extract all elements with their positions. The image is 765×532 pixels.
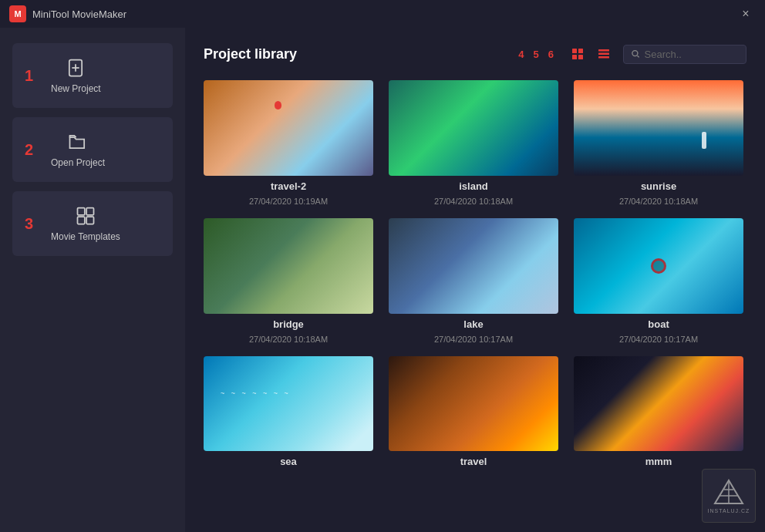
sidebar-label-open-project: Open Project [51,157,105,168]
sidebar-item-open-project[interactable]: 2 Open Project [12,117,173,182]
balloon-decoration [275,101,281,109]
project-name-travel-2: travel-2 [204,180,373,192]
project-card-island[interactable]: island27/04/2020 10:18AM [389,80,558,206]
thumbnail-travel-2 [204,80,373,176]
project-date-boat: 27/04/2020 10:17AM [574,335,743,344]
project-date-bridge: 27/04/2020 10:18AM [204,335,373,344]
sidebar-item-new-project[interactable]: 1 New Project [12,43,173,108]
sidebar: 1 New Project 2 Open Project 3 [0,28,185,532]
open-project-icon [67,131,89,153]
svg-rect-11 [598,49,609,52]
project-name-bridge: bridge [204,318,373,330]
svg-rect-13 [598,56,609,59]
search-box [623,45,746,64]
thumbnail-sunrise [574,80,743,176]
project-name-sea: sea [204,456,373,467]
svg-rect-10 [578,55,583,59]
thumbnail-mmm [574,356,743,452]
title-bar-left: M MiniTool MovieMaker [9,5,126,22]
sidebar-item-content-3: Movie Templates [51,205,120,242]
thumbnail-sea: ~ ~ ~ ~ ~ ~ ~ [204,356,373,452]
grid-view-button[interactable] [566,43,589,65]
thumbnail-island [389,80,558,176]
sidebar-label-new-project: New Project [51,83,101,94]
svg-rect-4 [86,208,93,215]
thumbnail-bridge [204,218,373,314]
view-numbers: 4 5 6 [518,49,554,60]
project-card-sunrise[interactable]: sunrise27/04/2020 10:18AM [574,80,743,206]
birds-decoration: ~ ~ ~ ~ ~ ~ ~ [221,389,291,397]
svg-rect-7 [572,49,577,53]
content-area: Project library 4 5 6 [185,28,765,532]
sidebar-item-content-1: New Project [51,57,101,94]
thumbnail-lake [389,218,558,314]
sidebar-number-3: 3 [25,215,39,233]
project-card-mmm[interactable]: mmm [574,356,743,468]
lighthouse-decoration [702,132,706,149]
project-name-mmm: mmm [574,456,743,467]
thumbnail-travel [389,356,558,452]
thumbnail-boat [574,218,743,314]
svg-rect-5 [77,217,84,224]
search-icon [632,49,640,59]
svg-rect-3 [77,208,84,215]
project-card-travel-2[interactable]: travel-227/04/2020 10:19AM [204,80,373,206]
project-name-island: island [389,180,558,192]
project-name-travel: travel [389,456,558,467]
grid-icon [571,48,584,60]
header-right: 4 5 6 [518,43,746,65]
svg-rect-6 [86,217,93,224]
svg-point-14 [632,51,638,56]
page-title: Project library [204,46,297,62]
project-card-travel[interactable]: travel [389,356,558,468]
sidebar-item-movie-templates[interactable]: 3 Movie Templates [12,191,173,256]
boat-circle-decoration [651,258,666,274]
svg-line-15 [637,56,639,57]
project-name-lake: lake [389,318,558,330]
movie-templates-icon [75,205,96,227]
svg-rect-8 [578,49,583,53]
project-card-lake[interactable]: lake27/04/2020 10:17AM [389,218,558,344]
view-controls [566,43,615,65]
sidebar-item-content-2: Open Project [51,131,105,168]
project-card-boat[interactable]: boat27/04/2020 10:17AM [574,218,743,344]
project-date-travel-2: 27/04/2020 10:19AM [204,197,373,206]
project-date-lake: 27/04/2020 10:17AM [389,335,558,344]
watermark: INSTALUJ.CZ [702,469,756,523]
project-date-island: 27/04/2020 10:18AM [389,197,558,206]
project-grid: travel-227/04/2020 10:19AMisland27/04/20… [204,80,746,467]
project-date-sunrise: 27/04/2020 10:18AM [574,197,743,206]
project-card-sea[interactable]: ~ ~ ~ ~ ~ ~ ~sea [204,356,373,468]
project-card-bridge[interactable]: bridge27/04/2020 10:18AM [204,218,373,344]
new-project-icon [65,57,86,79]
sidebar-number-1: 1 [25,67,39,85]
list-view-button[interactable] [592,43,615,65]
search-input[interactable] [645,49,738,60]
svg-rect-9 [572,55,577,59]
project-name-boat: boat [574,318,743,330]
watermark-text: INSTALUJ.CZ [708,508,750,513]
view-number-5: 5 [534,49,539,60]
list-icon [598,48,610,60]
view-number-4: 4 [518,49,524,60]
app-title: MiniTool MovieMaker [32,8,126,20]
main-layout: 1 New Project 2 Open Project 3 [0,28,765,532]
watermark-logo-icon [713,479,744,505]
svg-rect-12 [598,53,609,56]
close-button[interactable]: × [736,4,756,24]
app-logo: M [9,5,26,22]
project-name-sunrise: sunrise [574,180,743,192]
content-header: Project library 4 5 6 [204,43,746,65]
view-number-6: 6 [548,49,554,60]
sidebar-number-2: 2 [25,141,39,159]
sidebar-label-movie-templates: Movie Templates [51,231,120,242]
title-bar: M MiniTool MovieMaker × [0,0,765,28]
